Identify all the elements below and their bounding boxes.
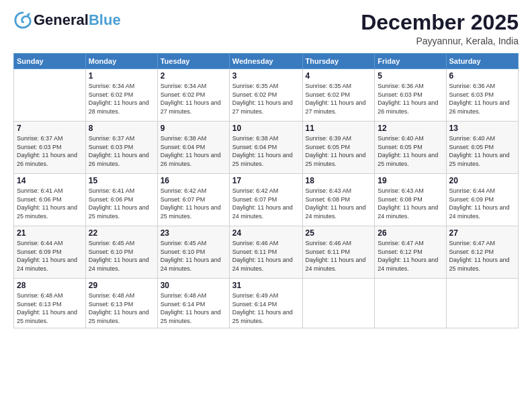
day-number: 21 <box>17 228 83 238</box>
day-number: 18 <box>306 176 372 185</box>
calendar-cell: 19Sunrise: 6:43 AMSunset: 6:08 PMDayligh… <box>375 174 446 226</box>
calendar-cell: 28Sunrise: 6:48 AMSunset: 6:13 PMDayligh… <box>14 279 86 328</box>
calendar-cell: 9Sunrise: 6:38 AMSunset: 6:04 PMDaylight… <box>157 122 229 174</box>
day-number: 1 <box>89 71 154 81</box>
calendar-cell: 18Sunrise: 6:43 AMSunset: 6:08 PMDayligh… <box>302 174 375 226</box>
day-number: 16 <box>161 176 226 185</box>
day-info: Sunrise: 6:46 AMSunset: 6:11 PMDaylight:… <box>232 239 300 273</box>
calendar-cell: 27Sunrise: 6:47 AMSunset: 6:12 PMDayligh… <box>446 226 518 279</box>
calendar-cell: 13Sunrise: 6:40 AMSunset: 6:05 PMDayligh… <box>446 122 518 174</box>
day-number: 12 <box>378 124 443 133</box>
calendar-cell: 3Sunrise: 6:35 AMSunset: 6:02 PMDaylight… <box>229 69 302 122</box>
day-info: Sunrise: 6:42 AMSunset: 6:07 PMDaylight:… <box>232 187 300 220</box>
day-info: Sunrise: 6:42 AMSunset: 6:07 PMDaylight:… <box>161 187 226 220</box>
calendar-cell: 21Sunrise: 6:44 AMSunset: 6:09 PMDayligh… <box>14 226 86 279</box>
day-number: 22 <box>89 228 154 238</box>
calendar-cell: 8Sunrise: 6:37 AMSunset: 6:03 PMDaylight… <box>85 122 157 174</box>
day-info: Sunrise: 6:34 AMSunset: 6:02 PMDaylight:… <box>161 82 226 116</box>
day-info: Sunrise: 6:45 AMSunset: 6:10 PMDaylight:… <box>161 239 226 273</box>
day-info: Sunrise: 6:48 AMSunset: 6:13 PMDaylight:… <box>89 291 154 325</box>
day-number: 31 <box>232 281 300 290</box>
day-info: Sunrise: 6:41 AMSunset: 6:06 PMDaylight:… <box>89 187 154 220</box>
calendar-cell: 24Sunrise: 6:46 AMSunset: 6:11 PMDayligh… <box>229 226 302 279</box>
day-info: Sunrise: 6:43 AMSunset: 6:08 PMDaylight:… <box>306 187 372 220</box>
day-number: 13 <box>449 124 515 133</box>
day-info: Sunrise: 6:40 AMSunset: 6:05 PMDaylight:… <box>378 134 443 168</box>
day-number: 17 <box>232 176 300 185</box>
day-number: 10 <box>232 124 300 133</box>
day-number: 25 <box>306 228 372 238</box>
day-info: Sunrise: 6:37 AMSunset: 6:03 PMDaylight:… <box>17 134 83 168</box>
calendar-cell: 17Sunrise: 6:42 AMSunset: 6:07 PMDayligh… <box>229 174 302 226</box>
day-info: Sunrise: 6:38 AMSunset: 6:04 PMDaylight:… <box>161 134 226 168</box>
day-info: Sunrise: 6:36 AMSunset: 6:03 PMDaylight:… <box>378 82 443 116</box>
day-number: 26 <box>378 228 443 238</box>
calendar-cell: 31Sunrise: 6:49 AMSunset: 6:14 PMDayligh… <box>229 279 302 328</box>
calendar-weekday-header: Saturday <box>446 54 518 69</box>
day-number: 15 <box>89 176 154 185</box>
day-number: 2 <box>161 71 226 81</box>
title-section: December 2025 Payyannur, Kerala, India <box>361 11 519 46</box>
day-number: 3 <box>232 71 300 81</box>
calendar-weekday-header: Friday <box>375 54 446 69</box>
calendar-cell: 4Sunrise: 6:35 AMSunset: 6:02 PMDaylight… <box>302 69 375 122</box>
day-info: Sunrise: 6:48 AMSunset: 6:13 PMDaylight:… <box>17 291 83 325</box>
month-title: December 2025 <box>361 11 519 34</box>
day-info: Sunrise: 6:44 AMSunset: 6:09 PMDaylight:… <box>17 239 83 273</box>
day-number: 6 <box>449 71 515 81</box>
calendar-weekday-header: Wednesday <box>229 54 302 69</box>
calendar-cell: 25Sunrise: 6:46 AMSunset: 6:11 PMDayligh… <box>302 226 375 279</box>
calendar-cell: 16Sunrise: 6:42 AMSunset: 6:07 PMDayligh… <box>157 174 229 226</box>
day-info: Sunrise: 6:39 AMSunset: 6:05 PMDaylight:… <box>306 134 372 168</box>
logo-text: GeneralBlue <box>34 13 121 28</box>
day-info: Sunrise: 6:49 AMSunset: 6:14 PMDaylight:… <box>232 291 300 325</box>
calendar-weekday-header: Thursday <box>302 54 375 69</box>
calendar-table: SundayMondayTuesdayWednesdayThursdayFrid… <box>13 53 519 328</box>
day-info: Sunrise: 6:35 AMSunset: 6:02 PMDaylight:… <box>306 82 372 116</box>
day-number: 28 <box>17 281 83 290</box>
calendar-cell: 7Sunrise: 6:37 AMSunset: 6:03 PMDaylight… <box>14 122 86 174</box>
day-info: Sunrise: 6:44 AMSunset: 6:09 PMDaylight:… <box>449 187 515 220</box>
day-number: 4 <box>306 71 372 81</box>
calendar-cell: 15Sunrise: 6:41 AMSunset: 6:06 PMDayligh… <box>85 174 157 226</box>
day-info: Sunrise: 6:47 AMSunset: 6:12 PMDaylight:… <box>449 239 515 273</box>
day-info: Sunrise: 6:46 AMSunset: 6:11 PMDaylight:… <box>306 239 372 273</box>
day-info: Sunrise: 6:40 AMSunset: 6:05 PMDaylight:… <box>449 134 515 168</box>
calendar-weekday-header: Monday <box>85 54 157 69</box>
day-number: 5 <box>378 71 443 81</box>
day-number: 23 <box>161 228 226 238</box>
calendar-cell <box>375 279 446 328</box>
calendar-cell: 11Sunrise: 6:39 AMSunset: 6:05 PMDayligh… <box>302 122 375 174</box>
day-info: Sunrise: 6:35 AMSunset: 6:02 PMDaylight:… <box>232 82 300 116</box>
day-number: 7 <box>17 124 83 133</box>
calendar-cell: 20Sunrise: 6:44 AMSunset: 6:09 PMDayligh… <box>446 174 518 226</box>
page-header: GeneralBlue December 2025 Payyannur, Ker… <box>13 11 519 46</box>
day-number: 19 <box>378 176 443 185</box>
calendar-cell: 22Sunrise: 6:45 AMSunset: 6:10 PMDayligh… <box>85 226 157 279</box>
calendar-cell <box>14 69 86 122</box>
day-info: Sunrise: 6:34 AMSunset: 6:02 PMDaylight:… <box>89 82 154 116</box>
day-number: 30 <box>161 281 226 290</box>
day-info: Sunrise: 6:45 AMSunset: 6:10 PMDaylight:… <box>89 239 154 273</box>
day-info: Sunrise: 6:37 AMSunset: 6:03 PMDaylight:… <box>89 134 154 168</box>
logo-icon <box>13 11 32 30</box>
calendar-weekday-header: Tuesday <box>157 54 229 69</box>
location: Payyannur, Kerala, India <box>361 36 519 46</box>
day-info: Sunrise: 6:38 AMSunset: 6:04 PMDaylight:… <box>232 134 300 168</box>
calendar-cell: 30Sunrise: 6:48 AMSunset: 6:14 PMDayligh… <box>157 279 229 328</box>
calendar-cell: 2Sunrise: 6:34 AMSunset: 6:02 PMDaylight… <box>157 69 229 122</box>
day-info: Sunrise: 6:43 AMSunset: 6:08 PMDaylight:… <box>378 187 443 220</box>
logo: GeneralBlue <box>13 11 121 30</box>
calendar-cell: 12Sunrise: 6:40 AMSunset: 6:05 PMDayligh… <box>375 122 446 174</box>
calendar-cell: 10Sunrise: 6:38 AMSunset: 6:04 PMDayligh… <box>229 122 302 174</box>
calendar-cell: 26Sunrise: 6:47 AMSunset: 6:12 PMDayligh… <box>375 226 446 279</box>
day-number: 8 <box>89 124 154 133</box>
calendar-cell <box>302 279 375 328</box>
calendar-cell: 6Sunrise: 6:36 AMSunset: 6:03 PMDaylight… <box>446 69 518 122</box>
day-number: 14 <box>17 176 83 185</box>
day-info: Sunrise: 6:41 AMSunset: 6:06 PMDaylight:… <box>17 187 83 220</box>
calendar-cell: 5Sunrise: 6:36 AMSunset: 6:03 PMDaylight… <box>375 69 446 122</box>
day-number: 20 <box>449 176 515 185</box>
day-info: Sunrise: 6:47 AMSunset: 6:12 PMDaylight:… <box>378 239 443 273</box>
day-number: 24 <box>232 228 300 238</box>
